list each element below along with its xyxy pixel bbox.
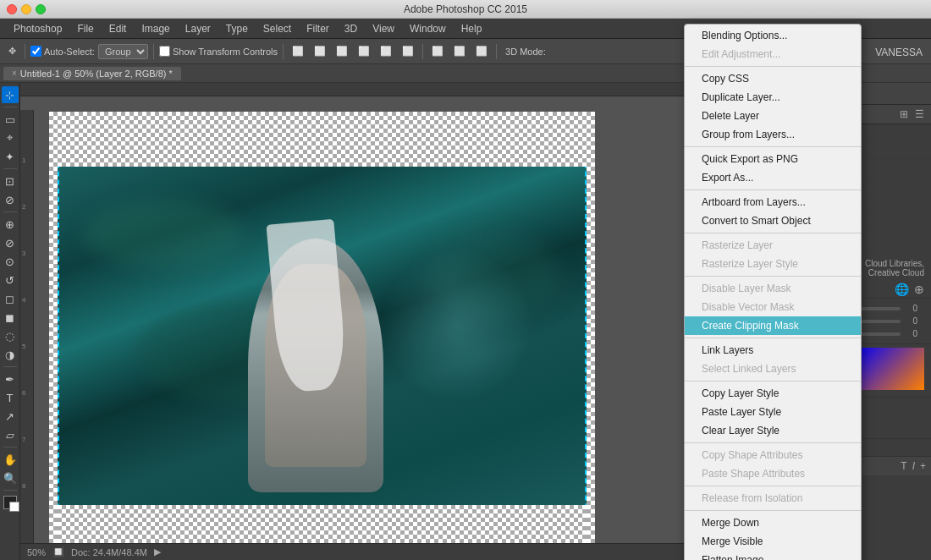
app-title: Adobe Photoshop CC 2015 <box>404 3 527 15</box>
show-transform-label: Show Transform Controls <box>173 47 278 57</box>
ctx-blending-options[interactable]: Blending Options... <box>685 26 861 45</box>
menu-select[interactable]: Select <box>256 21 298 36</box>
ctx-sep-10 <box>685 510 861 511</box>
align-center-btn[interactable]: ⬜ <box>311 44 329 58</box>
toolbar-sep-4 <box>422 44 423 59</box>
ctx-artboard-from-layers[interactable]: Artboard from Layers... <box>685 193 861 211</box>
crop-tool[interactable]: ⊡ <box>2 173 19 189</box>
zoom-icon: 🔲 <box>52 546 64 557</box>
ctx-export-as[interactable]: Export As... <box>685 168 861 187</box>
blur-tool[interactable]: ◌ <box>2 327 19 344</box>
globe-icon[interactable]: 🌐 <box>895 283 909 296</box>
ctx-convert-smart-object[interactable]: Convert to Smart Object <box>685 211 861 230</box>
tool-sep-3 <box>3 211 17 212</box>
close-button[interactable] <box>7 4 17 14</box>
shape-tool[interactable]: ▱ <box>2 426 19 443</box>
ctx-create-clipping-mask[interactable]: Create Clipping Mask <box>685 316 861 335</box>
auto-select-checkbox[interactable]: Auto-Select: <box>30 46 95 57</box>
align-bottom-btn[interactable]: ⬜ <box>399 44 417 58</box>
show-transform-checkbox[interactable]: Show Transform Controls <box>159 46 278 57</box>
toolbar-sep-5 <box>496 44 497 59</box>
ctx-sep-2 <box>685 146 861 147</box>
menu-type[interactable]: Type <box>219 21 255 36</box>
ctx-sep-7 <box>685 381 861 382</box>
ctx-delete-layer[interactable]: Delete Layer <box>685 107 861 125</box>
ctx-clear-layer-style[interactable]: Clear Layer Style <box>685 421 861 440</box>
clone-tool[interactable]: ⊙ <box>2 253 19 270</box>
brush-tool[interactable]: ⊘ <box>2 234 19 251</box>
ctx-sep-6 <box>685 338 861 338</box>
ctx-group-from-layers[interactable]: Group from Layers... <box>685 125 861 144</box>
distribute-right-btn[interactable]: ⬜ <box>472 44 491 58</box>
move-tool[interactable]: ⊹ <box>2 86 19 103</box>
pen-tool[interactable]: ✒ <box>2 371 19 387</box>
dodge-tool[interactable]: ◑ <box>2 346 19 363</box>
tool-sep-5 <box>3 447 17 447</box>
boat-shape <box>248 239 383 492</box>
menu-view[interactable]: View <box>366 21 401 36</box>
heal-tool[interactable]: ⊕ <box>2 216 19 233</box>
menu-window[interactable]: Window <box>403 21 453 36</box>
distribute-center-btn[interactable]: ⬜ <box>450 44 469 58</box>
select-rect-tool[interactable]: ▭ <box>2 111 19 128</box>
align-right-btn[interactable]: ⬜ <box>333 44 351 58</box>
menu-image[interactable]: Image <box>135 21 176 36</box>
ctx-sep-3 <box>685 189 861 190</box>
ctx-merge-visible[interactable]: Merge Visible <box>685 532 861 551</box>
move-tool-btn[interactable]: ✥ <box>5 44 19 58</box>
eraser-tool[interactable]: ◻ <box>2 290 19 307</box>
ctx-merge-down[interactable]: Merge Down <box>685 513 861 532</box>
zoom-tool[interactable]: 🔍 <box>2 469 19 486</box>
menu-help[interactable]: Help <box>454 21 489 36</box>
ctx-paste-layer-style[interactable]: Paste Layer Style <box>685 403 861 421</box>
text-tool[interactable]: T <box>2 389 19 406</box>
panel-list-btn[interactable]: ☰ <box>913 107 926 122</box>
ctx-copy-css[interactable]: Copy CSS <box>685 69 861 88</box>
ctx-disable-layer-mask: Disable Layer Mask <box>685 279 861 298</box>
foreground-color[interactable] <box>3 496 17 509</box>
status-bar: 50% 🔲 Doc: 24.4M/48.4M ▶ <box>20 543 736 560</box>
maximize-button[interactable] <box>36 4 46 14</box>
doc-tab[interactable]: × Untitled-1 @ 50% (Layer 2, RGB/8) * <box>3 67 181 80</box>
doc-tab-title: Untitled-1 @ 50% (Layer 2, RGB/8) * <box>20 69 173 79</box>
ctx-duplicate-layer[interactable]: Duplicate Layer... <box>685 88 861 107</box>
ctx-flatten-image[interactable]: Flatten Image <box>685 551 861 560</box>
canvas-top-strip <box>58 120 587 167</box>
menu-photoshop[interactable]: Photoshop <box>7 21 69 36</box>
type-icon[interactable]: T <box>901 460 906 472</box>
eyedropper-tool[interactable]: ⊘ <box>2 191 19 208</box>
ctx-quick-export[interactable]: Quick Export as PNG <box>685 150 861 168</box>
3d-mode-label: 3D Mode: <box>502 45 549 58</box>
align-middle-btn[interactable]: ⬜ <box>377 44 395 58</box>
ctx-sep-5 <box>685 276 861 277</box>
panel-grid-btn[interactable]: ⊞ <box>898 107 910 122</box>
hand-tool[interactable]: ✋ <box>2 451 19 468</box>
background-color[interactable] <box>9 502 19 512</box>
menu-filter[interactable]: Filter <box>300 21 336 36</box>
align-top-btn[interactable]: ⬜ <box>355 44 373 58</box>
toolbar-sep-3 <box>283 44 284 59</box>
ctx-copy-shape-attributes: Copy Shape Attributes <box>685 446 861 464</box>
add-icon[interactable]: ⊕ <box>914 283 924 296</box>
italic-icon[interactable]: I <box>912 460 915 472</box>
ctx-copy-layer-style[interactable]: Copy Layer Style <box>685 384 861 403</box>
panel-add-btn[interactable]: + <box>920 460 926 472</box>
menu-file[interactable]: File <box>70 21 100 36</box>
gradient-tool[interactable]: ◼ <box>2 309 19 326</box>
close-tab-btn[interactable]: × <box>12 69 17 78</box>
zoom-level: 50% <box>27 547 46 557</box>
path-select-tool[interactable]: ↗ <box>2 408 19 425</box>
select-lasso-tool[interactable]: ⌖ <box>2 129 19 146</box>
magic-wand-tool[interactable]: ✦ <box>2 148 19 165</box>
menu-3d[interactable]: 3D <box>338 21 364 36</box>
minimize-button[interactable] <box>21 4 31 14</box>
menu-layer[interactable]: Layer <box>179 21 218 36</box>
menu-edit[interactable]: Edit <box>102 21 134 36</box>
distribute-left-btn[interactable]: ⬜ <box>428 44 447 58</box>
history-brush-tool[interactable]: ↺ <box>2 272 19 288</box>
auto-select-dropdown[interactable]: Group <box>98 44 148 59</box>
ctx-link-layers[interactable]: Link Layers <box>685 341 861 360</box>
canvas-viewport[interactable] <box>34 96 736 543</box>
align-left-btn[interactable]: ⬜ <box>289 44 307 58</box>
canvas-area[interactable]: 1 2 3 4 5 6 7 8 9 10 1 2 3 4 5 6 7 <box>20 83 736 560</box>
